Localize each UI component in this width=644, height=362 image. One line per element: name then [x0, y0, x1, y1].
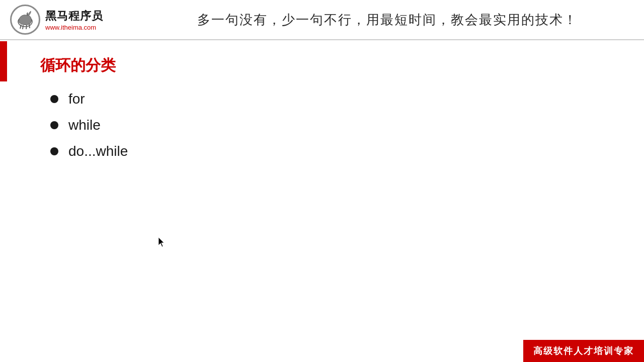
- list-item: do...while: [50, 143, 614, 159]
- logo-text: 黑马程序员 www.itheima.com: [45, 9, 103, 31]
- list-item-label: while: [68, 117, 101, 133]
- list-item-label: do...while: [68, 143, 128, 159]
- logo-url-text: www.itheima.com: [45, 24, 103, 31]
- footer-label: 高级软件人才培训专家: [533, 345, 634, 357]
- header-slogan: 多一句没有，少一句不行，用最短时间，教会最实用的技术！: [141, 11, 634, 29]
- list-item: while: [50, 117, 614, 133]
- bullet-list: for while do...while: [40, 91, 614, 159]
- svg-line-4: [29, 24, 30, 28]
- list-item-label: for: [68, 91, 85, 107]
- bullet-dot: [50, 95, 58, 103]
- logo-icon: [10, 5, 40, 35]
- bullet-dot: [50, 121, 58, 129]
- header: 黑马程序员 www.itheima.com 多一句没有，少一句不行，用最短时间，…: [0, 0, 644, 40]
- section-title: 循环的分类: [40, 55, 614, 76]
- red-sidebar-accent: [0, 41, 7, 81]
- logo-area: 黑马程序员 www.itheima.com: [10, 5, 141, 35]
- svg-line-3: [26, 25, 27, 29]
- bullet-dot: [50, 147, 58, 155]
- svg-line-2: [23, 25, 23, 29]
- mouse-cursor: [158, 237, 166, 247]
- footer: 高级软件人才培训专家: [523, 340, 644, 362]
- main-content: 循环的分类 for while do...while: [0, 40, 644, 185]
- list-item: for: [50, 91, 614, 107]
- logo-name-text: 黑马程序员: [45, 9, 103, 24]
